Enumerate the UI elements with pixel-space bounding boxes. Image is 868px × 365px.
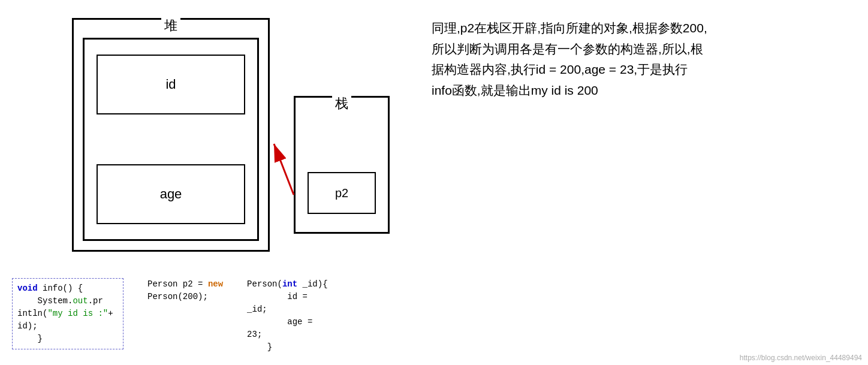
svg-line-1 [274,144,294,195]
code-block-3: Person(int _id){ id = _id; age = 23; } [247,278,327,354]
field-age-label: age [160,186,182,202]
code-area: void info() { System.out.pr intln("my id… [0,272,868,365]
field-id-box: id [97,55,245,114]
field-id-label: id [165,77,176,92]
watermark: https://blog.csdn.net/weixin_44489494 [740,354,862,362]
heap-box: 堆 id age [72,18,270,252]
main-container: 堆 id age 栈 p2 [0,0,868,365]
p2-label: p2 [335,186,348,200]
heap-label: 堆 [161,17,180,35]
description-text: 同理,p2在栈区开辟,指向所建的对象,根据参数200,所以判断为调用各是有一个参… [432,18,821,101]
stack-box: 栈 p2 [294,96,390,234]
heap-inner-box: id age [83,38,259,241]
p2-box: p2 [308,172,376,214]
code-block-1: void info() { System.out.pr intln("my id… [12,278,123,349]
code-block-2: Person p2 = new Person(200); [147,278,223,303]
field-age-box: age [97,164,245,224]
stack-label: 栈 [332,95,351,113]
